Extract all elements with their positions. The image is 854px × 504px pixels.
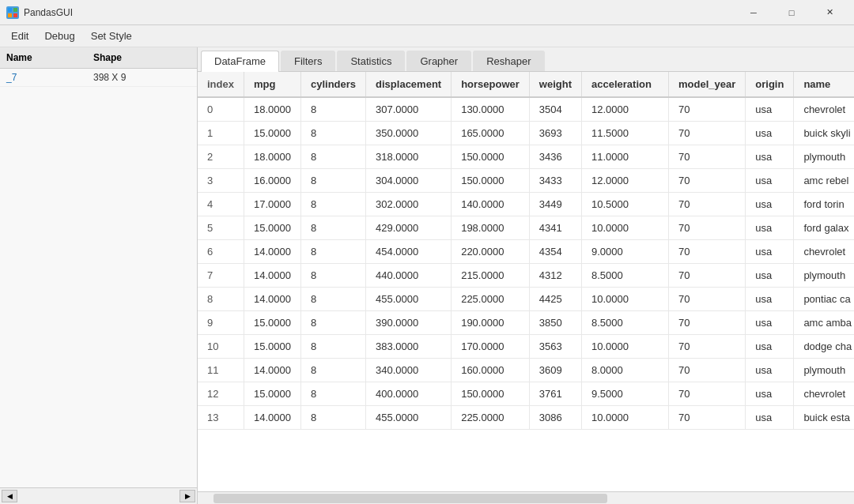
table-cell: dodge cha bbox=[794, 335, 854, 359]
table-cell: 8 bbox=[300, 311, 365, 335]
app-title: PandasGUI bbox=[24, 7, 735, 18]
table-cell: 70 bbox=[669, 335, 746, 359]
table-cell: 350.0000 bbox=[366, 122, 452, 145]
tab-reshaper[interactable]: Reshaper bbox=[473, 51, 544, 71]
tab-dataframe[interactable]: DataFrame bbox=[201, 51, 279, 72]
table-cell: 15.0000 bbox=[244, 311, 300, 335]
table-cell: usa bbox=[746, 122, 794, 145]
table-cell: 130.0000 bbox=[452, 97, 530, 122]
table-cell: 7 bbox=[198, 264, 244, 288]
content-area: DataFrame Filters Statistics Grapher Res… bbox=[198, 47, 854, 504]
table-cell: 455.0000 bbox=[366, 406, 452, 430]
table-cell: 390.0000 bbox=[366, 311, 452, 335]
data-table: index mpg cylinders displacement horsepo… bbox=[198, 72, 854, 430]
table-cell: 3433 bbox=[529, 169, 581, 193]
menu-setstyle[interactable]: Set Style bbox=[83, 27, 140, 45]
dataframe-table[interactable]: index mpg cylinders displacement horsepo… bbox=[198, 72, 854, 491]
table-cell: 10.0000 bbox=[582, 335, 669, 359]
col-header-name[interactable]: name bbox=[794, 72, 854, 97]
table-cell: 14.0000 bbox=[244, 406, 300, 430]
sidebar-row-shape-0: 398 X 9 bbox=[93, 72, 191, 83]
table-cell: 454.0000 bbox=[366, 240, 452, 264]
table-cell: chevrolet bbox=[794, 240, 854, 264]
col-header-weight[interactable]: weight bbox=[529, 72, 581, 97]
sidebar-row-0[interactable]: _7 398 X 9 bbox=[0, 69, 197, 87]
tab-filters[interactable]: Filters bbox=[281, 51, 335, 71]
app-icon bbox=[6, 6, 19, 19]
tab-statistics[interactable]: Statistics bbox=[337, 51, 405, 71]
table-cell: usa bbox=[746, 382, 794, 406]
table-cell: 9.5000 bbox=[582, 382, 669, 406]
table-cell: 440.0000 bbox=[366, 264, 452, 288]
col-header-model-year[interactable]: model_year bbox=[669, 72, 746, 97]
table-cell: 198.0000 bbox=[452, 216, 530, 240]
table-cell: 10.0000 bbox=[582, 288, 669, 311]
sidebar-scroll-left[interactable]: ◀ bbox=[2, 490, 17, 502]
table-cell: 70 bbox=[669, 264, 746, 288]
table-row: 218.00008318.0000150.0000343611.000070us… bbox=[198, 145, 854, 169]
table-cell: 70 bbox=[669, 240, 746, 264]
table-cell: 170.0000 bbox=[452, 335, 530, 359]
menu-debug[interactable]: Debug bbox=[36, 27, 82, 45]
table-cell: usa bbox=[746, 145, 794, 169]
table-cell: 15.0000 bbox=[244, 335, 300, 359]
table-cell: 3693 bbox=[529, 122, 581, 145]
menu-edit[interactable]: Edit bbox=[3, 27, 36, 45]
tab-grapher[interactable]: Grapher bbox=[406, 51, 471, 71]
col-header-acceleration[interactable]: acceleration bbox=[582, 72, 669, 97]
table-cell: 3609 bbox=[529, 359, 581, 382]
horizontal-scrollbar[interactable] bbox=[198, 491, 854, 504]
table-cell: 8 bbox=[300, 335, 365, 359]
tab-bar: DataFrame Filters Statistics Grapher Res… bbox=[198, 47, 854, 72]
col-header-cylinders[interactable]: cylinders bbox=[300, 72, 365, 97]
table-cell: 5 bbox=[198, 216, 244, 240]
table-header-row: index mpg cylinders displacement horsepo… bbox=[198, 72, 854, 97]
col-header-index[interactable]: index bbox=[198, 72, 244, 97]
table-cell: ford torin bbox=[794, 193, 854, 216]
table-cell: 8 bbox=[300, 382, 365, 406]
table-row: 018.00008307.0000130.0000350412.000070us… bbox=[198, 97, 854, 122]
sidebar-scroll-right[interactable]: ▶ bbox=[179, 490, 195, 502]
table-cell: usa bbox=[746, 216, 794, 240]
window-controls: ─ □ ✕ bbox=[735, 0, 848, 25]
col-header-displacement[interactable]: displacement bbox=[366, 72, 452, 97]
table-cell: 225.0000 bbox=[452, 288, 530, 311]
table-cell: 8 bbox=[300, 264, 365, 288]
table-cell: 11.0000 bbox=[582, 145, 669, 169]
table-cell: buick esta bbox=[794, 406, 854, 430]
col-header-mpg[interactable]: mpg bbox=[244, 72, 300, 97]
table-cell: 8 bbox=[300, 359, 365, 382]
table-cell: 10.0000 bbox=[582, 406, 669, 430]
table-cell: usa bbox=[746, 97, 794, 122]
table-cell: 14.0000 bbox=[244, 264, 300, 288]
table-cell: 3449 bbox=[529, 193, 581, 216]
table-cell: usa bbox=[746, 359, 794, 382]
table-cell: 3761 bbox=[529, 382, 581, 406]
table-cell: 13 bbox=[198, 406, 244, 430]
table-cell: 8 bbox=[300, 406, 365, 430]
minimize-button[interactable]: ─ bbox=[735, 0, 772, 25]
table-cell: 6 bbox=[198, 240, 244, 264]
table-cell: 400.0000 bbox=[366, 382, 452, 406]
table-cell: 318.0000 bbox=[366, 145, 452, 169]
table-cell: 307.0000 bbox=[366, 97, 452, 122]
table-cell: 160.0000 bbox=[452, 359, 530, 382]
table-cell: ford galax bbox=[794, 216, 854, 240]
table-row: 417.00008302.0000140.0000344910.500070us… bbox=[198, 193, 854, 216]
table-cell: 3850 bbox=[529, 311, 581, 335]
table-cell: 150.0000 bbox=[452, 145, 530, 169]
maximize-button[interactable]: □ bbox=[773, 0, 810, 25]
table-cell: 70 bbox=[669, 311, 746, 335]
table-cell: usa bbox=[746, 288, 794, 311]
table-cell: 4312 bbox=[529, 264, 581, 288]
table-cell: 165.0000 bbox=[452, 122, 530, 145]
table-cell: 8 bbox=[300, 193, 365, 216]
table-row: 814.00008455.0000225.0000442510.000070us… bbox=[198, 288, 854, 311]
close-button[interactable]: ✕ bbox=[811, 0, 848, 25]
table-cell: plymouth bbox=[794, 145, 854, 169]
table-cell: chevrolet bbox=[794, 382, 854, 406]
table-cell: 3563 bbox=[529, 335, 581, 359]
col-header-horsepower[interactable]: horsepower bbox=[452, 72, 530, 97]
col-header-origin[interactable]: origin bbox=[746, 72, 794, 97]
table-row: 1314.00008455.0000225.0000308610.000070u… bbox=[198, 406, 854, 430]
